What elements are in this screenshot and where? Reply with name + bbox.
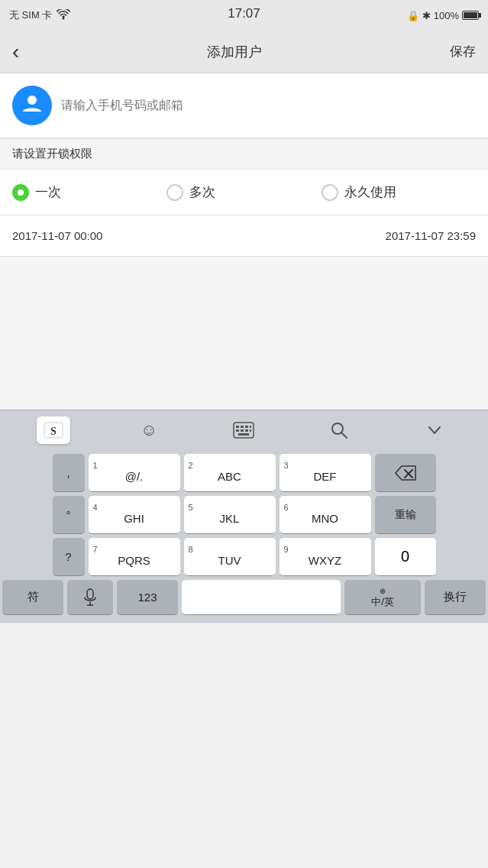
radio-option-once[interactable]: 一次 xyxy=(12,183,166,201)
svg-text:S: S xyxy=(50,426,57,437)
svg-rect-11 xyxy=(245,429,248,432)
keyboard: , 1 @/. 2 ABC 3 DEF ° 4 GHI 5 xyxy=(0,449,488,623)
radio-circle-once xyxy=(12,184,29,201)
key-2[interactable]: 2 ABC xyxy=(184,454,276,492)
keyboard-row-3: ? 7 PQRS 8 TUV 9 WXYZ 0 xyxy=(2,538,486,576)
key-question[interactable]: ? xyxy=(53,538,85,576)
key-mic[interactable] xyxy=(67,580,113,615)
key-9-letters: WXYZ xyxy=(309,554,341,570)
key-comma[interactable]: , xyxy=(53,454,85,492)
svg-point-1 xyxy=(27,96,37,105)
key-5-letters: JKL xyxy=(220,512,240,528)
svg-rect-5 xyxy=(236,426,239,428)
key-reenter[interactable]: 重输 xyxy=(375,496,436,534)
svg-rect-7 xyxy=(245,426,248,428)
key-4-letters: GHI xyxy=(124,512,144,528)
key-3-letters: DEF xyxy=(314,470,337,486)
key-9-num: 9 xyxy=(280,543,289,554)
sogou-toolbar-btn[interactable]: S xyxy=(37,416,70,444)
key-4-num: 4 xyxy=(89,501,98,512)
key-2-letters: ABC xyxy=(218,470,241,486)
avatar xyxy=(12,86,52,125)
key-4[interactable]: 4 GHI xyxy=(89,496,180,534)
emoji-toolbar-btn[interactable]: ☺ xyxy=(132,416,166,444)
key-symbol[interactable]: 符 xyxy=(2,580,63,615)
svg-rect-18 xyxy=(87,589,93,599)
key-5[interactable]: 5 JKL xyxy=(184,496,276,534)
date-start: 2017-11-07 00:00 xyxy=(12,229,102,242)
key-6-num: 6 xyxy=(280,501,289,512)
key-7-letters: PQRS xyxy=(118,554,150,570)
status-left: 无 SIM 卡 xyxy=(9,8,70,22)
key-7-num: 7 xyxy=(89,543,98,554)
search-toolbar-btn[interactable] xyxy=(322,416,356,444)
keyboard-toolbar-btn[interactable] xyxy=(227,416,260,444)
svg-rect-6 xyxy=(241,426,244,428)
no-sim-text: 无 SIM 卡 xyxy=(9,8,52,22)
status-right: 🔒 ✱ 100% xyxy=(407,10,479,21)
battery-percent: 100% xyxy=(434,10,459,21)
svg-rect-9 xyxy=(236,429,239,432)
svg-line-15 xyxy=(341,432,347,438)
svg-rect-12 xyxy=(250,429,251,432)
wifi-icon xyxy=(57,9,70,22)
page-title: 添加用户 xyxy=(207,43,262,61)
key-8[interactable]: 8 TUV xyxy=(184,538,276,576)
key-3-num: 3 xyxy=(280,459,289,470)
key-8-letters: TUV xyxy=(218,554,241,570)
lock-icon: 🔒 xyxy=(407,10,419,21)
key-1-num: 1 xyxy=(89,459,98,470)
status-time: 17:07 xyxy=(228,6,260,21)
svg-rect-8 xyxy=(250,426,251,428)
key-5-num: 5 xyxy=(184,501,193,512)
radio-label-once: 一次 xyxy=(35,183,61,201)
status-bar: 无 SIM 卡 17:07 🔒 ✱ 100% xyxy=(0,0,488,31)
key-backspace[interactable] xyxy=(375,454,436,492)
dismiss-keyboard-btn[interactable] xyxy=(418,416,451,444)
key-123[interactable]: 123 xyxy=(117,580,178,615)
permission-header-text: 请设置开锁权限 xyxy=(12,147,92,160)
keyboard-toolbar: S ☺ xyxy=(0,410,488,449)
avatar-icon xyxy=(21,92,44,120)
date-end: 2017-11-07 23:59 xyxy=(386,229,476,242)
date-range-section: 2017-11-07 00:00 2017-11-07 23:59 xyxy=(0,215,488,257)
key-9[interactable]: 9 WXYZ xyxy=(280,538,371,576)
key-0[interactable]: 0 xyxy=(375,538,436,576)
keyboard-row-2: ° 4 GHI 5 JKL 6 MNO 重输 xyxy=(2,496,486,534)
save-button[interactable]: 保存 xyxy=(450,43,476,60)
radio-options-section: 一次 多次 永久使用 xyxy=(0,170,488,215)
key-6-letters: MNO xyxy=(312,512,338,528)
radio-option-multi[interactable]: 多次 xyxy=(166,183,321,201)
svg-rect-13 xyxy=(238,433,249,436)
svg-rect-10 xyxy=(241,429,244,432)
user-input-section xyxy=(0,73,488,138)
content-area xyxy=(0,257,488,410)
key-return[interactable]: 换行 xyxy=(425,580,486,615)
key-degree[interactable]: ° xyxy=(53,496,85,534)
svg-point-0 xyxy=(63,17,65,19)
key-8-num: 8 xyxy=(184,543,193,554)
key-lang[interactable]: ⊕ 中/英 xyxy=(344,580,421,615)
nav-bar: ‹ 添加用户 保存 xyxy=(0,31,488,73)
key-7[interactable]: 7 PQRS xyxy=(89,538,180,576)
emoji-icon: ☺ xyxy=(141,420,157,440)
key-1-letters: @/. xyxy=(125,470,144,486)
radio-label-permanent: 永久使用 xyxy=(344,183,396,201)
keyboard-bottom-row: 符 123 ⊕ 中/英 换行 xyxy=(2,580,486,615)
battery-icon xyxy=(462,11,479,20)
bluetooth-icon: ✱ xyxy=(422,10,431,21)
radio-circle-multi xyxy=(166,184,183,201)
back-button[interactable]: ‹ xyxy=(12,41,19,63)
keyboard-row-1: , 1 @/. 2 ABC 3 DEF xyxy=(2,454,486,492)
key-3[interactable]: 3 DEF xyxy=(280,454,371,492)
radio-label-multi: 多次 xyxy=(189,183,215,201)
radio-circle-permanent xyxy=(322,184,338,201)
key-2-num: 2 xyxy=(184,459,193,470)
key-1[interactable]: 1 @/. xyxy=(89,454,180,492)
permission-header: 请设置开锁权限 xyxy=(0,138,488,170)
key-6[interactable]: 6 MNO xyxy=(280,496,371,534)
phone-email-input[interactable] xyxy=(61,99,476,112)
key-space[interactable] xyxy=(182,580,341,615)
radio-option-permanent[interactable]: 永久使用 xyxy=(322,183,476,201)
